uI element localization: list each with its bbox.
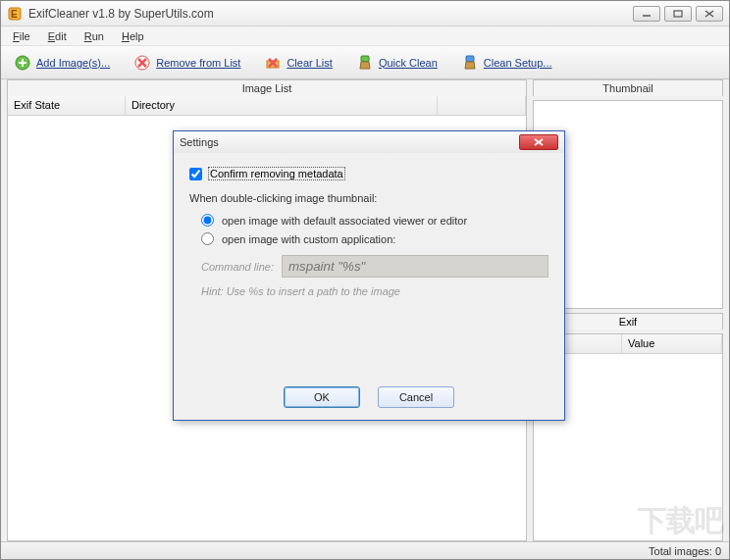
- thumbnail-title: Thumbnail: [533, 79, 723, 96]
- clean-setup-button[interactable]: Clean Setup...: [454, 50, 559, 76]
- command-line-label: Command line:: [201, 261, 274, 273]
- remove-label: Remove from List: [156, 57, 240, 69]
- command-line-input: [282, 255, 548, 278]
- svg-text:E: E: [11, 9, 18, 20]
- window-title: ExifCleaner v1.8 by SuperUtils.com: [28, 7, 633, 21]
- add-images-button[interactable]: Add Image(s)...: [7, 50, 117, 76]
- cancel-button[interactable]: Cancel: [378, 386, 454, 408]
- column-directory[interactable]: Directory: [126, 96, 438, 115]
- thumbnail-action-group-label: When double-clicking image thumbnail:: [189, 192, 548, 204]
- status-text: Total images: 0: [649, 545, 721, 557]
- svg-rect-15: [361, 56, 369, 62]
- quick-clean-button[interactable]: Quick Clean: [349, 50, 444, 76]
- confirm-removing-label: Confirm removing metadata: [208, 167, 345, 180]
- brush-green-icon: [356, 54, 374, 72]
- toolbar: Add Image(s)... Remove from List Clear L…: [1, 46, 729, 79]
- clear-list-button[interactable]: Clear List: [257, 50, 339, 76]
- maximize-button[interactable]: [664, 6, 692, 22]
- confirm-removing-checkbox[interactable]: [189, 168, 202, 180]
- plus-icon: [14, 54, 31, 72]
- svg-rect-3: [674, 11, 682, 17]
- main-window: E ExifCleaner v1.8 by SuperUtils.com Fil…: [0, 0, 730, 560]
- quick-clean-label: Quick Clean: [379, 57, 438, 69]
- menu-help[interactable]: Help: [114, 28, 152, 44]
- column-blank[interactable]: [438, 96, 526, 115]
- open-default-viewer-radio[interactable]: [201, 214, 214, 227]
- clear-label: Clear List: [287, 57, 332, 69]
- svg-rect-16: [466, 56, 474, 62]
- open-custom-app-label: open image with custom application:: [222, 233, 395, 245]
- open-default-viewer-label: open image with default associated viewe…: [222, 215, 467, 227]
- column-exif-state[interactable]: Exif State: [8, 96, 126, 115]
- clean-setup-label: Clean Setup...: [484, 57, 552, 69]
- dialog-close-button[interactable]: [519, 134, 558, 150]
- menu-edit[interactable]: Edit: [40, 28, 75, 44]
- menu-file[interactable]: File: [5, 28, 38, 44]
- dialog-titlebar: Settings: [174, 131, 564, 153]
- remove-button[interactable]: Remove from List: [127, 50, 247, 76]
- app-icon: E: [7, 6, 23, 22]
- ok-button[interactable]: OK: [284, 386, 360, 408]
- clear-icon: [264, 54, 282, 72]
- settings-dialog: Settings Confirm removing metadata When …: [173, 130, 565, 421]
- dialog-title-text: Settings: [180, 136, 219, 148]
- column-value[interactable]: Value: [622, 334, 722, 353]
- open-custom-app-radio[interactable]: [201, 232, 214, 245]
- list-header: Exif State Directory: [8, 96, 526, 116]
- remove-icon: [133, 54, 151, 72]
- titlebar: E ExifCleaner v1.8 by SuperUtils.com: [1, 1, 729, 26]
- menu-run[interactable]: Run: [77, 28, 112, 44]
- close-button[interactable]: [696, 6, 723, 22]
- add-images-label: Add Image(s)...: [36, 57, 110, 69]
- image-list-title: Image List: [8, 80, 526, 96]
- command-line-hint: Hint: Use %s to insert a path to the ima…: [201, 285, 548, 297]
- dialog-body: Confirm removing metadata When double-cl…: [174, 153, 564, 311]
- minimize-button[interactable]: [633, 6, 660, 22]
- statusbar: Total images: 0: [1, 541, 729, 559]
- brush-blue-icon: [461, 54, 479, 72]
- menubar: File Edit Run Help: [1, 26, 729, 46]
